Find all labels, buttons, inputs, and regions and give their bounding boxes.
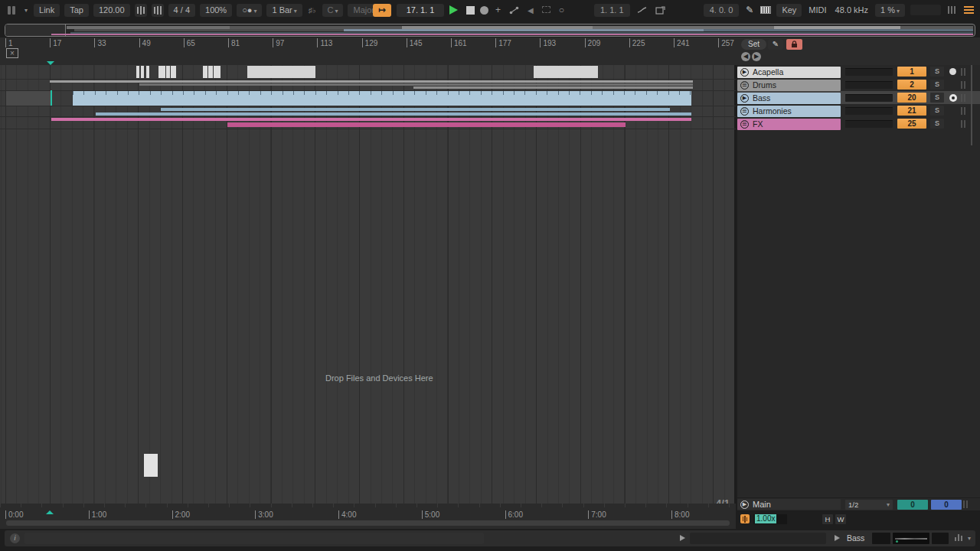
device-waveform[interactable]	[893, 533, 929, 544]
bar-number[interactable]: 193	[540, 39, 556, 47]
track-number-badge[interactable]: 1	[897, 67, 926, 77]
key-root-selector[interactable]: C▾	[322, 4, 344, 17]
solo-button[interactable]: S	[930, 93, 944, 103]
layout-selector[interactable]	[6, 6, 17, 15]
main-pan-value[interactable]: 0	[897, 500, 928, 510]
prev-locator-button[interactable]: ◀	[741, 52, 750, 61]
group-track-icon[interactable]: ☰	[740, 120, 749, 129]
tap-tempo-button[interactable]: Tap	[64, 4, 89, 17]
track-row-acapella[interactable]: ▶Acapella1S	[737, 65, 980, 78]
device-slot[interactable]	[872, 533, 890, 544]
arrangement-clip[interactable]	[139, 83, 693, 86]
computer-midi-keyboard-icon[interactable]	[760, 6, 771, 14]
arrangement-clip[interactable]	[146, 66, 149, 78]
group-track-icon[interactable]: ☰	[740, 81, 749, 90]
loop-button[interactable]: ○	[557, 5, 566, 15]
arrangement-overview[interactable]	[5, 24, 975, 37]
bar-number[interactable]: 49	[139, 39, 151, 47]
track-name[interactable]: ☰Drums	[737, 80, 841, 91]
arrangement-clip[interactable]	[51, 118, 691, 121]
main-volume-value[interactable]: 0	[931, 500, 962, 510]
bar-number[interactable]: 113	[317, 39, 332, 47]
solo-button[interactable]: S	[930, 67, 944, 77]
next-locator-button[interactable]: ▶	[752, 52, 761, 61]
quantize-display[interactable]: 100%	[200, 4, 232, 17]
track-io-box[interactable]	[845, 68, 893, 76]
punch-in-out-icon[interactable]	[541, 5, 552, 15]
arrangement-area[interactable]: Drop Files and Devices Here	[0, 65, 736, 504]
device-play-icon[interactable]	[835, 535, 840, 541]
track-row-fx[interactable]: ☰FX25S	[737, 117, 980, 130]
vertical-scrollbar[interactable]	[971, 65, 972, 145]
main-track-name[interactable]: ▶ Main	[737, 499, 841, 510]
track-io-box[interactable]	[845, 81, 893, 89]
menu-icon[interactable]	[962, 6, 975, 14]
link-button[interactable]: Link	[34, 4, 60, 17]
metronome-button[interactable]: ○●▾	[237, 4, 262, 17]
output-routing-selector[interactable]: 1/2 ▾	[845, 500, 893, 510]
bar-number[interactable]: 177	[495, 39, 511, 47]
new-button[interactable]: +	[494, 5, 502, 15]
loop-brace-icon[interactable]: ×	[6, 48, 18, 58]
arrangement-clip[interactable]	[227, 122, 626, 127]
record-button[interactable]	[480, 6, 488, 15]
count-in-selector[interactable]: 1 Bar▾	[266, 4, 302, 17]
detail-view-bars-icon[interactable]	[955, 534, 962, 541]
nudge-up-button[interactable]	[152, 4, 164, 17]
track-name[interactable]: ▶Acapella	[737, 67, 841, 78]
arrangement-clip[interactable]	[6, 91, 51, 106]
audio-engine-icon[interactable]	[740, 514, 750, 523]
track-name[interactable]: ☰FX	[737, 119, 841, 130]
nudge-down-button[interactable]	[135, 4, 147, 17]
bar-number[interactable]: 225	[629, 39, 645, 47]
track-number-badge[interactable]: 2	[897, 80, 926, 90]
play-circle-icon[interactable]: ▶	[740, 68, 749, 77]
track-io-box[interactable]	[845, 94, 893, 102]
track-row-bass[interactable]: ▶Bass20S	[737, 91, 980, 104]
arrangement-clip[interactable]	[413, 86, 693, 89]
track-io-box[interactable]	[845, 107, 893, 115]
bar-number[interactable]: 1	[5, 39, 13, 47]
main-track-row[interactable]: ▶ Main 1/2 ▾ 0 0	[737, 498, 980, 510]
track-row-drums[interactable]: ☰Drums2S	[737, 78, 980, 91]
bar-number[interactable]: 17	[50, 39, 61, 47]
play-button[interactable]	[449, 5, 461, 15]
stop-button[interactable]	[466, 6, 475, 15]
bar-number[interactable]: 241	[674, 39, 690, 47]
arrangement-clip[interactable]	[141, 66, 144, 78]
time-signature-display[interactable]: 4 / 4	[168, 4, 195, 17]
info-icon[interactable]: i	[10, 533, 20, 543]
bar-number[interactable]: 129	[362, 39, 378, 47]
group-track-icon[interactable]: ☰	[740, 107, 749, 116]
arrangement-clip[interactable]	[534, 66, 598, 78]
clip-detail-box[interactable]	[690, 533, 826, 544]
arrangement-clip[interactable]	[136, 66, 139, 78]
key-map-button[interactable]: Key	[776, 4, 802, 17]
beat-time-ruler[interactable]: 1173349658197113129145161177193209225241…	[0, 39, 736, 50]
midi-map-button[interactable]: MIDI	[807, 5, 828, 15]
play-circle-icon[interactable]: ▶	[740, 94, 749, 103]
arrangement-clip[interactable]	[51, 90, 52, 106]
device-slot-2[interactable]	[932, 533, 949, 544]
layout-selector-arrow-icon[interactable]: ▾	[23, 7, 29, 14]
bar-number[interactable]: 209	[585, 39, 601, 47]
follow-button[interactable]: ↦	[373, 4, 391, 17]
bar-number[interactable]: 257	[718, 39, 734, 47]
arrangement-clip[interactable]	[50, 80, 693, 83]
arrangement-position-display[interactable]: 17. 1. 1	[397, 4, 444, 17]
automation-mode-icon[interactable]	[508, 6, 521, 15]
solo-button[interactable]: S	[930, 106, 944, 116]
solo-button[interactable]: S	[930, 80, 944, 90]
fade-curve-icon[interactable]	[635, 6, 648, 14]
track-name[interactable]: ▶Bass	[737, 93, 841, 104]
draw-automation-icon[interactable]: ✎	[768, 39, 783, 50]
width-zoom-button[interactable]: W	[835, 514, 846, 524]
time-ruler[interactable]: 0:001:002:003:004:005:006:007:008:00	[0, 504, 736, 529]
record-arm-icon[interactable]	[949, 68, 956, 75]
monitor-icon[interactable]	[949, 94, 957, 102]
arrangement-clip[interactable]	[203, 66, 207, 78]
solo-button[interactable]: S	[930, 119, 944, 129]
tempo-display[interactable]: 120.00	[93, 4, 130, 17]
track-name[interactable]: ☰Harmonies	[737, 106, 841, 117]
arrangement-clip[interactable]	[171, 66, 176, 78]
